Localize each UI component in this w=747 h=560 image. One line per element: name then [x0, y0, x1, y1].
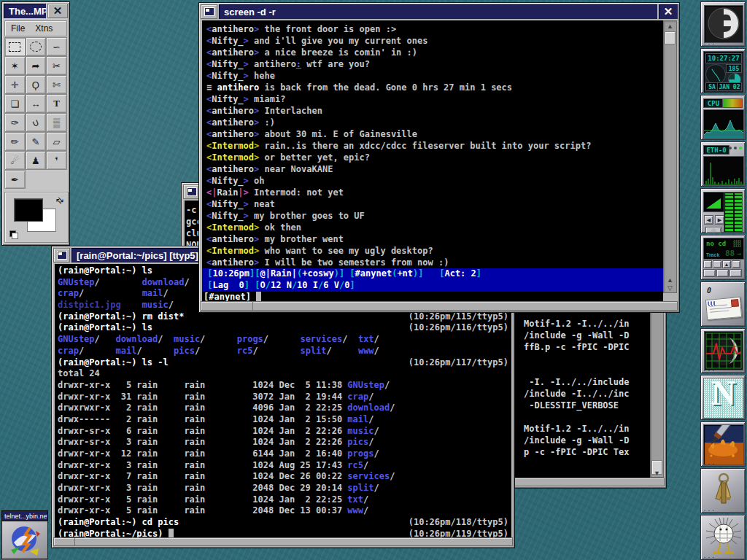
chat-line: <Intermod> or better yet, epic?	[206, 152, 662, 163]
cd-button[interactable]	[713, 260, 721, 268]
tool-text[interactable]: T	[46, 94, 67, 113]
tool-transform[interactable]: ❏	[4, 94, 26, 113]
irc-status-line: [10:26pm][@|Rain|(+coswy)] [#anynet(+nt)…	[202, 268, 663, 280]
dock-tile-puffer[interactable]: . . .	[700, 515, 746, 560]
dock-tile-paint[interactable]: . . .	[700, 421, 746, 467]
dock-tile-wmaker[interactable]: . . .	[700, 1, 746, 47]
gimp-menubar: FileXtns	[4, 20, 67, 36]
zoom-icon: Ϙ	[32, 79, 39, 90]
cd-button[interactable]	[703, 260, 712, 268]
telnet-icon[interactable]	[1, 521, 48, 559]
irc-status-text: [10:26pm][@|Rain|(+coswy)] [#anynet(+nt)…	[202, 268, 663, 280]
cd-button[interactable]	[703, 269, 716, 277]
airbrush-icon: ☄	[10, 155, 19, 166]
chat-line: <Nifty_> miami?	[206, 93, 662, 105]
cd-button[interactable]	[716, 269, 729, 277]
dock-tile-mixer[interactable]: ◀ ▶ ◎	[700, 188, 746, 233]
dock-tile-cpu[interactable]: CPU	[700, 95, 746, 140]
dock-tile-netscape[interactable]: N	[700, 375, 746, 420]
dock-tile-monitor[interactable]: . . .	[700, 328, 746, 373]
tool-move[interactable]: ✛	[4, 75, 26, 94]
terminal-line: drwxr-xr-x 5 rain rain 1024 Dec 5 11:38 …	[58, 380, 510, 392]
wmaker-logo-icon	[705, 6, 743, 42]
irc-iconify-button[interactable]	[201, 4, 217, 19]
scroll-up-icon[interactable]: ▲	[664, 23, 676, 30]
foreground-color-swatch[interactable]	[14, 198, 43, 222]
cd-eject-button[interactable]: ▲	[722, 260, 731, 268]
tile-dots: . . .	[704, 507, 715, 512]
window-irc[interactable]: screen -d -r ✕ <antihero> the front door…	[198, 2, 680, 313]
tool-blend[interactable]: ▒	[46, 113, 67, 132]
tool-bucket-fill[interactable]: ∪	[26, 113, 47, 132]
compile-iconify-button[interactable]	[183, 184, 200, 199]
tool-pencil[interactable]: ✏	[4, 132, 26, 151]
eth0-label: ETH-0	[703, 145, 729, 155]
dock-tile-eth0[interactable]: ETH-0	[700, 141, 746, 187]
tool-scissors[interactable]: ✂	[46, 56, 67, 75]
telnet-miniwindow[interactable]: telnet...ybin.net	[1, 510, 48, 559]
tool-bezier-select[interactable]: ➦	[26, 56, 47, 75]
convolve-icon: ❜	[55, 155, 58, 166]
terminal-line: total 24	[58, 368, 510, 380]
tool-eraser[interactable]: ▱	[46, 132, 67, 151]
tool-rect-select[interactable]	[4, 37, 26, 56]
paint-splash-icon	[704, 425, 743, 464]
netscape-icon: N	[703, 378, 744, 419]
tool-magic-wand[interactable]: ✶	[4, 56, 26, 75]
chat-line: <Intermod> ok then	[206, 222, 662, 233]
chat-line: <Nifty_> oh	[206, 175, 662, 187]
scroll-down-icon[interactable]: ▼	[651, 470, 663, 477]
tool-airbrush[interactable]: ☄	[4, 151, 26, 170]
cd-button[interactable]	[732, 260, 740, 268]
irc-status-bar: [10:26pm][@|Rain|(+coswy)] [#anynet(+nt)…	[202, 268, 663, 292]
tool-crop[interactable]: ✄	[46, 75, 67, 94]
swap-colors-icon[interactable]: ⇄	[53, 194, 66, 206]
dock-tile-keys[interactable]: . . .	[700, 468, 746, 513]
chat-line: <antihero> about 30 mi. E of Gainesville	[206, 128, 662, 140]
keys-icon	[703, 471, 744, 510]
dock-tile-clock[interactable]: 10:27:27 185 SA JAN 02	[700, 48, 746, 93]
clock-date: JAN 02	[717, 82, 742, 91]
terminal-line: drwxrwxr-x 2 rain rain 4096 Jan 2 22:25 …	[58, 402, 510, 414]
irc-close-button[interactable]: ✕	[659, 4, 678, 19]
mixer-next-button[interactable]: ▶	[715, 215, 724, 225]
chat-line: <Intermod> who want to see my ugly deskt…	[206, 245, 662, 257]
chat-line: <Nifty_> antihero: wtf are you?	[206, 58, 662, 70]
irc-chat-area[interactable]: <antihero> the front door is open :><Nif…	[202, 20, 663, 271]
tile-dots: . . .	[704, 553, 715, 559]
tool-lasso-select[interactable]: ∽	[46, 37, 67, 56]
default-colors-icon[interactable]	[9, 230, 18, 239]
rect-select-icon	[9, 42, 20, 52]
envelope-icon	[705, 297, 742, 320]
dock-tile-cdplayer[interactable]: no cd Track 88 → ▲	[700, 235, 746, 280]
tool-zoom[interactable]: Ϙ	[26, 75, 47, 94]
scroll-down-icon[interactable]: ▽	[664, 284, 676, 292]
text-icon: T	[53, 98, 60, 109]
dock-tile-mail[interactable]: 0	[700, 281, 746, 327]
gimp-menu-file[interactable]: File	[11, 23, 25, 34]
tool-clone[interactable]: ♟	[26, 151, 47, 170]
mixer-prev-button[interactable]: ◀	[704, 215, 713, 225]
scroll-up-icon[interactable]: ▲	[664, 276, 676, 284]
terminal-line: (rain@Portal:~) ls(10:26pm/116/ttyp5)	[58, 322, 510, 334]
window-gimp-toolbox[interactable]: The...MP ✕ FileXtns ∽✶➦✂✛Ϙ✄❏↔T✑∪▒✏✎▱☄♟❜✒…	[1, 1, 70, 246]
tool-convolve[interactable]: ❜	[46, 151, 67, 170]
gimp-color-area: ⇄	[4, 192, 69, 243]
iconify-icon	[204, 7, 214, 16]
irc-scrollbar[interactable]: ▲ ▲ ▽	[663, 20, 677, 293]
tool-ellipse-select[interactable]	[26, 37, 47, 56]
tool-ink[interactable]: ✒	[4, 170, 26, 189]
gimp-menu-xtns[interactable]: Xtns	[35, 23, 53, 34]
chat-line: <antihero> Interlachen	[206, 105, 662, 117]
ink-icon: ✒	[11, 174, 19, 185]
mixer-mute-button[interactable]: ◎	[705, 227, 721, 233]
irc-bottombar[interactable]	[201, 301, 678, 311]
tool-flip[interactable]: ↔	[26, 94, 47, 113]
terminal-iconify-button[interactable]	[53, 248, 70, 262]
gimp-close-button[interactable]: ✕	[47, 4, 68, 18]
cd-button[interactable]	[729, 269, 742, 277]
tool-paintbrush[interactable]: ✎	[26, 132, 47, 151]
terminal-bottombar[interactable]	[53, 537, 513, 546]
irc-scrollbar-thumb[interactable]	[665, 31, 676, 44]
tool-color-picker[interactable]: ✑	[4, 113, 26, 132]
